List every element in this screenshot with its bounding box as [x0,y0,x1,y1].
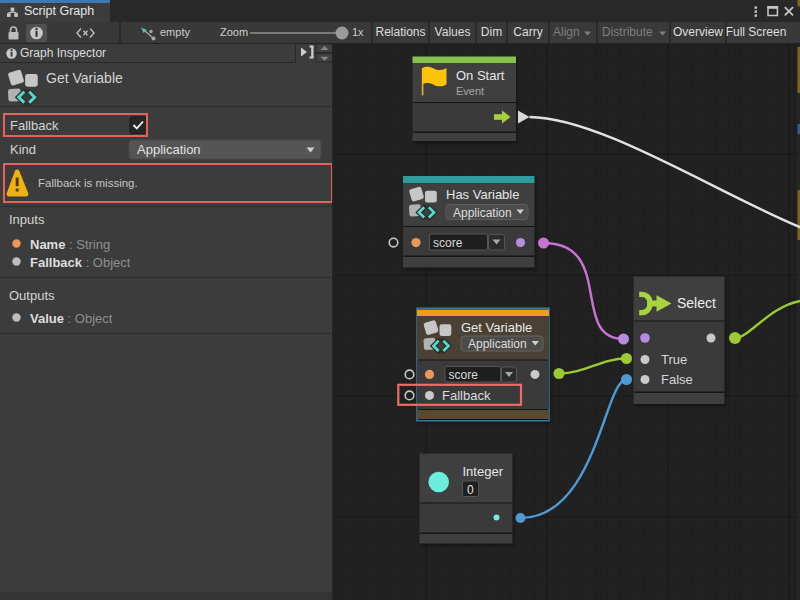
svg-text:False: False [661,372,693,387]
svg-text:Has Variable: Has Variable [446,187,519,202]
svg-text:Get Variable: Get Variable [461,320,532,335]
svg-text:Application: Application [453,206,512,220]
svg-text:0: 0 [467,483,474,497]
svg-text:On Start: On Start [456,68,505,83]
svg-text:score: score [433,236,463,250]
svg-text:score: score [449,368,479,382]
svg-text:Select: Select [677,295,716,311]
svg-text:True: True [661,352,687,367]
svg-text:Application: Application [468,337,527,351]
svg-text:Fallback: Fallback [442,388,491,403]
svg-text:Event: Event [456,85,484,97]
svg-text:Integer: Integer [463,464,504,479]
